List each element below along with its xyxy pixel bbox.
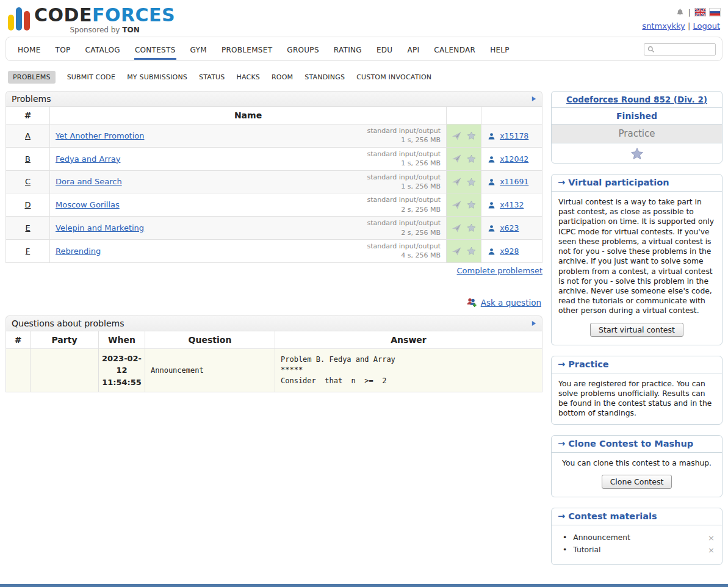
subnav-problems[interactable]: PROBLEMS: [8, 71, 56, 84]
problem-name-link[interactable]: Rebrending: [56, 247, 101, 256]
subnav-my-submissions[interactable]: MY SUBMISSIONS: [127, 73, 187, 81]
bell-icon[interactable]: [676, 8, 684, 16]
start-virtual-contest-button[interactable]: Start virtual contest: [590, 323, 683, 337]
solvers-person-icon: [488, 225, 496, 232]
problem-index-link[interactable]: D: [24, 200, 31, 209]
problem-name-link[interactable]: Fedya and Array: [56, 154, 120, 164]
question-party: [31, 348, 99, 392]
nav-home[interactable]: HOME: [17, 38, 41, 60]
complete-problemset-link[interactable]: Complete problemset: [457, 266, 542, 275]
submit-plane-icon[interactable]: [452, 247, 461, 256]
search-icon: [647, 46, 655, 53]
virtual-body-text: Virtual contest is a way to take part in…: [552, 192, 722, 322]
clone-body-text: You can clone this contest to a mashup.: [552, 453, 722, 474]
favorite-star-icon[interactable]: [467, 200, 476, 209]
submit-plane-icon[interactable]: [452, 131, 461, 141]
subnav-status[interactable]: STATUS: [199, 73, 225, 81]
search-input[interactable]: [657, 45, 712, 54]
problem-name-link[interactable]: Yet Another Promotion: [56, 131, 144, 140]
nav-api[interactable]: API: [406, 38, 420, 60]
page: CODEFORCES Sponsored by TON | sntmxykky …: [0, 0, 728, 575]
sidebar: Codeforces Round 852 (Div. 2) Finished P…: [551, 91, 723, 575]
problem-row-b: B Fedya and Array standard input/output1…: [6, 147, 542, 170]
subnav-hacks[interactable]: HACKS: [237, 73, 260, 81]
contest-favorite-star-icon[interactable]: [630, 147, 644, 160]
favorite-star-icon[interactable]: [467, 178, 476, 187]
close-icon[interactable]: ×: [708, 533, 715, 542]
clone-contest-button[interactable]: Clone Contest: [602, 475, 672, 489]
user-separator: |: [688, 21, 690, 31]
material-tutorial-link[interactable]: Tutorial: [573, 546, 600, 554]
subnav-custom-invocation[interactable]: CUSTOM INVOCATION: [356, 73, 431, 81]
sidebar-practice-box: → Practice You are registered for practi…: [551, 356, 723, 425]
nav-help[interactable]: HELP: [489, 38, 510, 60]
solved-count-link[interactable]: x623: [500, 223, 519, 232]
problem-name-link[interactable]: Velepin and Marketing: [56, 223, 144, 232]
header-right: | sntmxykky | Logout: [642, 5, 720, 34]
ask-question-link[interactable]: Ask a question: [481, 298, 541, 308]
english-flag-icon[interactable]: [695, 9, 705, 16]
nav-groups[interactable]: GROUPS: [286, 38, 320, 60]
solved-count-link[interactable]: x15178: [500, 131, 528, 140]
problem-index-link[interactable]: F: [26, 247, 30, 256]
nav-catalog[interactable]: CATALOG: [85, 38, 121, 60]
caption-arrow: →: [558, 511, 565, 521]
nav-edu[interactable]: EDU: [376, 38, 394, 60]
problem-name-link[interactable]: Moscow Gorillas: [56, 200, 120, 209]
questions-caption-bar: Questions about problems: [5, 315, 542, 331]
submit-plane-icon[interactable]: [452, 177, 461, 187]
nav-gym[interactable]: GYM: [190, 38, 207, 60]
russian-flag-icon[interactable]: [710, 9, 720, 16]
subnav-submit-code[interactable]: SUBMIT CODE: [67, 73, 116, 81]
solved-count-link[interactable]: x12042: [500, 154, 528, 164]
expand-arrow-icon[interactable]: [532, 320, 536, 326]
nav-problemset[interactable]: PROBLEMSET: [221, 38, 273, 60]
problem-index-link[interactable]: B: [25, 154, 31, 164]
question-when: 2023-02-12 11:54:55: [99, 348, 145, 392]
user-handle-link[interactable]: sntmxykky: [642, 21, 685, 31]
subnav-room[interactable]: ROOM: [272, 73, 293, 81]
problem-index-link[interactable]: A: [25, 131, 31, 140]
expand-arrow-icon[interactable]: [532, 96, 536, 102]
virtual-button-row: Start virtual contest: [552, 322, 722, 345]
virtual-caption: → Virtual participation: [552, 175, 722, 192]
caption-arrow: →: [558, 359, 565, 369]
codeforces-logo[interactable]: CODEFORCES Sponsored by TON: [8, 5, 175, 34]
virtual-title: Virtual participation: [568, 178, 669, 187]
material-announcement-link[interactable]: Announcement: [573, 533, 630, 542]
submit-plane-icon[interactable]: [452, 154, 461, 164]
contest-star-row: [552, 143, 722, 163]
nav-contests[interactable]: CONTESTS: [134, 38, 176, 60]
contest-title-link[interactable]: Codeforces Round 852 (Div. 2): [566, 95, 707, 104]
solved-count-link[interactable]: x4132: [500, 200, 524, 209]
nav-rating[interactable]: RATING: [333, 38, 362, 60]
ask-question-icon: [466, 297, 477, 308]
favorite-star-icon[interactable]: [467, 247, 476, 256]
problem-index-link[interactable]: E: [25, 223, 30, 232]
problem-constraints: standard input/output1 s, 256 MB: [367, 126, 441, 145]
submit-plane-icon[interactable]: [452, 200, 461, 210]
problem-name-link[interactable]: Dora and Search: [56, 177, 122, 186]
caption-arrow: →: [558, 439, 565, 448]
logout-link[interactable]: Logout: [693, 21, 720, 31]
solved-count-link[interactable]: x928: [500, 247, 519, 256]
problems-table: # Name A Yet Another Promotion standard …: [5, 106, 542, 263]
solvers-person-icon: [488, 156, 496, 164]
favorite-star-icon[interactable]: [467, 131, 476, 140]
subnav-standings[interactable]: STANDINGS: [305, 73, 345, 81]
favorite-star-icon[interactable]: [467, 154, 476, 164]
complete-problemset-row: Complete problemset: [5, 266, 542, 275]
questions-section: Questions about problems # Party When Qu…: [5, 315, 542, 393]
practice-title: Practice: [568, 359, 609, 369]
problem-index-link[interactable]: C: [25, 177, 31, 186]
nav-top[interactable]: TOP: [55, 38, 71, 60]
solvers-person-icon: [488, 248, 496, 256]
sidebar-materials-box: → Contest materials Announcement × Tutor…: [551, 508, 723, 565]
submit-plane-icon[interactable]: [452, 223, 461, 233]
logo-code-text: CODE: [34, 4, 92, 26]
footer-top-bar: [0, 584, 728, 587]
close-icon[interactable]: ×: [708, 546, 715, 555]
favorite-star-icon[interactable]: [467, 223, 476, 232]
solved-count-link[interactable]: x11691: [500, 177, 528, 186]
nav-calendar[interactable]: CALENDAR: [433, 38, 476, 60]
